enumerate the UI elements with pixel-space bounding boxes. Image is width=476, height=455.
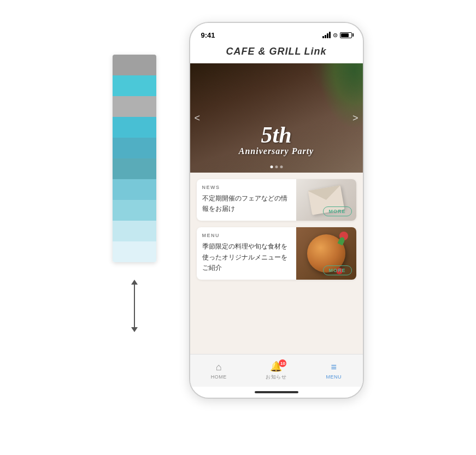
swatch-teal-mid2 — [113, 138, 156, 158]
battery-icon — [340, 32, 352, 38]
phone-frame: 9:41 ⊜ CAFE & GRILL — [189, 22, 364, 399]
swatch-teal-mid3 — [113, 158, 156, 179]
swatch-teal-light2 — [113, 200, 156, 221]
home-bar — [255, 391, 298, 393]
notification-count: 10 — [279, 359, 286, 367]
menu-card: MENU 季節限定の料理や旬な食材を使ったオリジナルメニューをご紹介 — [197, 227, 356, 280]
home-indicator — [190, 387, 363, 398]
notification-badge-wrapper: 🔔 10 — [270, 361, 282, 373]
arrow-shaft — [134, 289, 135, 322]
content-area: NEWS 不定期開催のフェアなどの情報をお届け MORE — [190, 173, 363, 354]
hero-banner: 5th Anniversary Party < > — [190, 63, 363, 173]
nav-menu[interactable]: ≡ MENU — [318, 362, 350, 380]
news-text-area: NEWS 不定期開催のフェアなどの情報をお届け — [197, 179, 296, 221]
app-header: CAFE & GRILL Link — [190, 43, 363, 63]
nav-home-label: HOME — [211, 374, 227, 380]
wifi-icon: ⊜ — [333, 32, 338, 39]
dot-2 — [275, 166, 278, 168]
nav-notifications-label: お知らせ — [266, 374, 286, 381]
cafe-title: CAFE & GRILL Link — [199, 46, 354, 57]
swatch-teal-mid1 — [113, 117, 156, 138]
scroll-indicator — [134, 284, 135, 328]
hero-dots — [270, 166, 283, 168]
news-desc: 不定期開催のフェアなどの情報をお届け — [202, 193, 291, 214]
hero-nav-left[interactable]: < — [195, 113, 201, 124]
cafe-name-brand: Link — [304, 46, 327, 57]
nav-menu-label: MENU — [326, 374, 342, 380]
swatch-gray-mid — [113, 96, 156, 117]
menu-image-area: MORE — [296, 227, 356, 280]
menu-more-button[interactable]: MORE — [323, 265, 352, 275]
hero-big-text: 5th — [239, 123, 314, 146]
menu-desc: 季節限定の料理や旬な食材を使ったオリジナルメニューをご紹介 — [202, 241, 291, 273]
news-image-area: MORE — [296, 179, 356, 221]
swatch-teal-bright — [113, 75, 156, 96]
status-icons: ⊜ — [322, 32, 352, 39]
hero-sub-text: Anniversary Party — [239, 146, 314, 156]
swatch-light-blue — [113, 221, 156, 241]
menu-category: MENU — [202, 233, 291, 238]
news-card: NEWS 不定期開催のフェアなどの情報をお届け MORE — [197, 179, 356, 221]
swatch-very-light-blue — [113, 241, 156, 262]
swatch-teal-light1 — [113, 179, 156, 200]
page-wrapper: 9:41 ⊜ CAFE & GRILL — [0, 0, 476, 455]
cafe-name-prefix: CAFE & GRILL — [226, 46, 301, 57]
phone-content: 5th Anniversary Party < > — [190, 63, 363, 387]
menu-text-area: MENU 季節限定の料理や旬な食材を使ったオリジナルメニューをご紹介 — [197, 227, 296, 280]
hero-nav-right[interactable]: > — [352, 113, 359, 124]
arrow-down-indicator — [134, 322, 135, 328]
arrow-up-indicator — [134, 284, 135, 289]
nav-notifications[interactable]: 🔔 10 お知らせ — [260, 361, 292, 381]
color-palette — [113, 55, 156, 262]
news-category: NEWS — [202, 185, 291, 190]
status-time: 9:41 — [201, 31, 215, 39]
news-more-button[interactable]: MORE — [323, 206, 352, 216]
swatch-gray — [113, 55, 156, 75]
nav-home[interactable]: ⌂ HOME — [202, 362, 235, 380]
phone-wrapper: 9:41 ⊜ CAFE & GRILL — [189, 22, 364, 399]
hero-text: 5th Anniversary Party — [239, 123, 314, 156]
left-panel — [113, 55, 156, 328]
dot-3 — [280, 166, 283, 168]
bottom-nav: ⌂ HOME 🔔 10 お知らせ ≡ MENU — [190, 354, 363, 387]
home-icon: ⌂ — [216, 362, 222, 373]
menu-icon: ≡ — [331, 362, 337, 373]
signal-icon — [322, 32, 331, 38]
status-bar: 9:41 ⊜ — [190, 23, 363, 43]
dot-1 — [270, 166, 273, 168]
